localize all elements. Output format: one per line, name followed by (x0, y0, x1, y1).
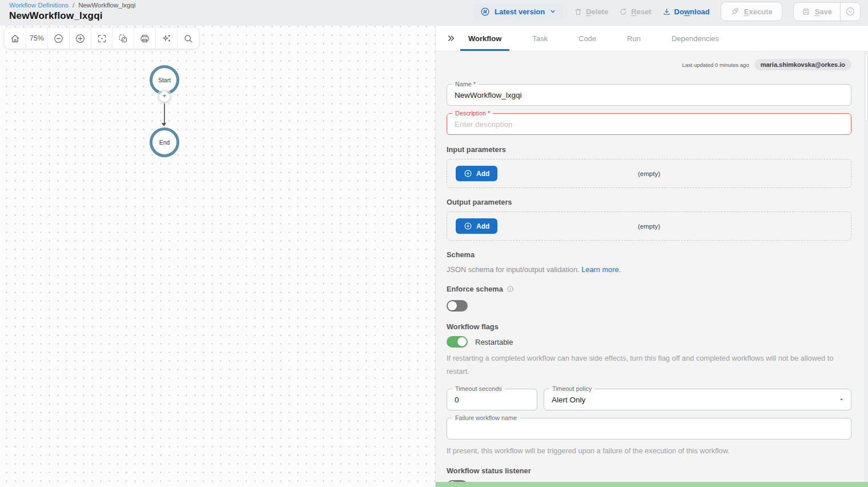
panel-scrollbar (864, 51, 868, 482)
schema-heading: Schema (447, 250, 851, 259)
hash-circle-icon (480, 7, 490, 17)
download-icon (662, 7, 671, 16)
output-parameters-box: Add (empty) (447, 211, 851, 241)
fit-view-button[interactable] (91, 28, 112, 49)
timeout-policy-field[interactable]: Timeout policy Alert Only (544, 389, 851, 410)
description-field: Description * (447, 113, 851, 135)
failure-workflow-field: Failure workflow name (447, 418, 851, 440)
search-icon (183, 33, 194, 44)
output-parameters-heading: Output parameters (447, 198, 851, 206)
title-block: Workflow Definitions / NewWorkflow_lxgqi… (9, 2, 135, 22)
plus-circle-icon (464, 222, 472, 230)
select-area-icon (118, 33, 128, 44)
panel-collapse-button[interactable] (442, 26, 460, 51)
page-title: NewWorkflow_lxgqi (9, 10, 135, 22)
workflow-editor-app: Workflow Definitions / NewWorkflow_lxgqi… (0, 0, 868, 487)
end-node-label: End (159, 139, 170, 146)
name-input[interactable] (447, 85, 851, 105)
ai-sparkles-icon (161, 33, 172, 44)
workflow-form: Last updated 0 minutes ago maria.shimkov… (436, 51, 868, 487)
save-options-button[interactable] (840, 3, 860, 21)
add-input-parameter-button[interactable]: Add (456, 166, 497, 181)
enforce-schema-toggle[interactable] (447, 300, 468, 312)
last-updated-text: Last updated 0 minutes ago (682, 62, 749, 68)
search-button[interactable] (177, 28, 199, 49)
circle-chevron-down-icon (845, 6, 855, 17)
add-output-parameter-button[interactable]: Add (456, 218, 497, 234)
trash-icon (574, 7, 582, 16)
home-icon (10, 33, 21, 44)
download-button[interactable]: Download (662, 7, 710, 16)
restartable-label: Restartable (475, 338, 513, 346)
home-button[interactable] (5, 28, 26, 49)
status-listener-heading: Workflow status listener (447, 466, 851, 475)
dropdown-caret-icon (838, 397, 845, 403)
delete-button[interactable]: Delete (574, 7, 608, 16)
reset-button[interactable]: Reset (619, 7, 651, 16)
failure-workflow-label: Failure workflow name (452, 414, 520, 422)
version-dropdown-button[interactable]: Latest version (473, 3, 563, 21)
breadcrumb-current: NewWorkflow_lxgqi (78, 2, 135, 9)
ai-assist-button[interactable] (155, 28, 177, 49)
main-body: 75% (0, 26, 868, 487)
timeout-policy-label: Timeout policy (549, 385, 594, 393)
add-task-button[interactable]: + (159, 91, 170, 102)
description-field-label: Description * (452, 109, 493, 118)
save-button[interactable]: Save (794, 3, 840, 21)
zoom-out-icon (53, 33, 64, 44)
learn-more-link[interactable]: Learn more. (581, 265, 621, 274)
canvas-toolbar: 75% (5, 28, 199, 49)
restartable-help-text: If restarting a completed workflow can h… (447, 352, 842, 378)
tab-code[interactable]: Code (570, 26, 604, 51)
tab-run[interactable]: Run (619, 26, 649, 51)
meta-row: Last updated 0 minutes ago maria.shimkov… (447, 59, 851, 70)
top-actions: Latest version Delete (473, 0, 861, 23)
tab-dependencies[interactable]: Dependencies (664, 26, 727, 51)
restartable-row: Restartable (447, 336, 851, 348)
breadcrumb: Workflow Definitions / NewWorkflow_lxgqi (9, 2, 135, 9)
tab-task[interactable]: Task (524, 26, 556, 51)
bottom-status-bar (436, 482, 868, 487)
timeout-row: Timeout seconds Timeout policy Alert Onl… (447, 389, 851, 410)
schema-description: JSON schema for input/output validation.… (447, 265, 851, 274)
name-field: Name * (447, 84, 851, 106)
restartable-toggle[interactable] (447, 336, 468, 348)
top-bar: Workflow Definitions / NewWorkflow_lxgqi… (0, 0, 868, 26)
user-badge: maria.shimkovska@orkes.io (754, 59, 851, 70)
zoom-level-value: 75% (30, 34, 44, 42)
workflow-edge (164, 102, 165, 123)
enforce-schema-heading: Enforce schema (447, 285, 851, 293)
double-chevron-right-icon (447, 34, 456, 43)
save-icon (802, 7, 810, 16)
scrollbar-thumb[interactable] (865, 54, 868, 121)
edge-arrowhead-icon (162, 123, 166, 127)
zoom-level-display: 75% (26, 28, 47, 49)
zoom-in-button[interactable] (69, 28, 91, 49)
fit-view-icon (97, 33, 107, 44)
workflow-canvas[interactable]: 75% (0, 26, 435, 487)
name-field-label: Name * (452, 80, 479, 89)
failure-workflow-help-text: If present, this workflow will be trigge… (447, 444, 851, 457)
version-label: Latest version (495, 7, 545, 16)
breadcrumb-separator: / (73, 2, 74, 9)
description-input[interactable] (447, 114, 851, 134)
start-node-label: Start (158, 77, 171, 83)
execute-button[interactable]: Execute (721, 2, 782, 21)
print-button[interactable] (134, 28, 155, 49)
timeout-seconds-label: Timeout seconds (452, 385, 505, 393)
panel-tab-bar: Workflow Task Code Run Dependencies (436, 26, 868, 51)
output-parameters-empty: (empty) (447, 223, 851, 230)
input-parameters-box: Add (empty) (447, 159, 851, 188)
breadcrumb-link-workflow-definitions[interactable]: Workflow Definitions (9, 2, 69, 9)
timeout-policy-value: Alert Only (552, 396, 585, 404)
rocket-icon (730, 7, 740, 16)
input-parameters-empty: (empty) (447, 170, 851, 177)
chevron-down-icon (549, 8, 556, 15)
enforce-schema-info-icon[interactable] (507, 285, 514, 293)
end-node[interactable]: End (150, 127, 179, 157)
zoom-out-button[interactable] (47, 28, 69, 49)
tab-workflow[interactable]: Workflow (460, 26, 509, 51)
select-area-button[interactable] (112, 28, 134, 49)
start-node[interactable]: Start (150, 65, 179, 95)
print-icon (139, 33, 150, 44)
